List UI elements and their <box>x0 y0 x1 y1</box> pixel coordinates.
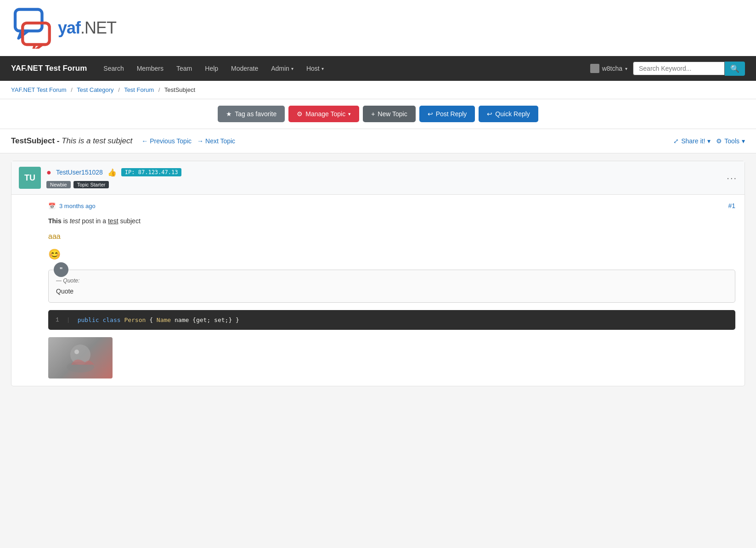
topic-navigation: ← Previous Topic → Next Topic <box>141 137 235 145</box>
topic-actions-right: ⤢ Share it! ▾ ⚙ Tools ▾ <box>673 137 745 145</box>
share-icon: ⤢ <box>673 137 679 145</box>
role-newbie-badge: Newbie <box>46 181 71 188</box>
new-topic-label: New Topic <box>378 110 407 118</box>
next-topic-link[interactable]: → Next Topic <box>197 137 235 145</box>
code-kw-person: Person <box>124 316 146 323</box>
breadcrumb-category[interactable]: Test Category <box>77 86 113 93</box>
nav-admin-dropdown[interactable]: Admin ▾ <box>265 62 299 75</box>
next-topic-arrow: → <box>197 137 203 145</box>
user-avatar-small <box>590 64 599 73</box>
tag-favorite-button[interactable]: ★ Tag as favorite <box>218 106 285 122</box>
breadcrumb-test-forum[interactable]: Test Forum <box>124 86 154 93</box>
ip-badge: IP: 87.123.47.13 <box>121 168 182 176</box>
search-input[interactable] <box>633 62 725 75</box>
new-topic-button[interactable]: + New Topic <box>363 106 416 122</box>
code-block: 1 | public class Person { Name name {get… <box>48 310 735 330</box>
post-emoji: 😊 <box>48 246 735 262</box>
tools-button[interactable]: ⚙ Tools ▾ <box>716 137 745 145</box>
quick-reply-button[interactable]: ↩ Quick Reply <box>479 106 538 122</box>
manage-topic-button[interactable]: ⚙ Manage Topic ▾ <box>288 106 359 122</box>
navbar-search: 🔍 <box>633 62 745 76</box>
reply-icon: ↩ <box>428 110 433 118</box>
post-text-main: This is test post in a test subject <box>48 216 735 226</box>
host-caret: ▾ <box>322 66 324 71</box>
plus-icon: + <box>371 110 375 118</box>
post-reply-button[interactable]: ↩ Post Reply <box>419 106 475 122</box>
post-content: This is test post in a test subject aaa … <box>48 216 735 262</box>
user-caret: ▾ <box>625 66 627 71</box>
share-button[interactable]: ⤢ Share it! ▾ <box>673 137 711 145</box>
code-separator: | <box>67 316 70 323</box>
navbar-links: Search Members Team Help Moderate Admin … <box>98 62 584 75</box>
code-content: public class Person { Name name {get; se… <box>78 316 239 323</box>
svg-rect-0 <box>15 10 42 31</box>
thumbs-up-icon[interactable]: 👍 <box>107 168 117 177</box>
preview-image-svg <box>62 342 99 374</box>
post-username[interactable]: TestUser151028 <box>56 169 103 176</box>
svg-point-6 <box>74 350 79 354</box>
main-content: TU ● TestUser151028 👍 IP: 87.123.47.13 N… <box>0 153 756 394</box>
calendar-icon: 📅 <box>48 203 56 209</box>
quote-label: — Quote: <box>56 277 728 284</box>
role-topic-starter-badge: Topic Starter <box>73 181 109 188</box>
post-timestamp[interactable]: 3 months ago <box>59 203 96 209</box>
nav-username: w8tcha <box>602 65 622 72</box>
post-meta: 📅 3 months ago #1 <box>48 202 735 209</box>
post-menu-button[interactable]: ··· <box>727 173 737 183</box>
post-body: 📅 3 months ago #1 This is test post in a… <box>11 195 745 386</box>
breadcrumb-sep-2: / <box>118 86 120 93</box>
post-card: TU ● TestUser151028 👍 IP: 87.123.47.13 N… <box>11 161 745 386</box>
search-button[interactable]: 🔍 <box>725 62 745 76</box>
role-badges: Newbie Topic Starter <box>46 181 721 188</box>
logo-icon <box>11 7 52 49</box>
gear-icon: ⚙ <box>297 110 303 118</box>
manage-topic-label: Manage Topic <box>305 110 345 118</box>
post-permalink[interactable]: #1 <box>728 202 735 209</box>
tools-icon: ⚙ <box>716 137 722 145</box>
code-kw-body: { <box>149 316 157 323</box>
nav-help[interactable]: Help <box>199 62 224 75</box>
breadcrumb: YAF.NET Test Forum / Test Category / Tes… <box>0 81 756 99</box>
post-text-yellow: aaa <box>48 231 735 243</box>
user-circle-icon: ● <box>46 168 51 177</box>
next-topic-label: Next Topic <box>205 137 235 145</box>
manage-topic-caret: ▾ <box>348 111 351 117</box>
breadcrumb-sep-1: / <box>71 86 73 93</box>
post-meta-left: 📅 3 months ago <box>48 203 96 209</box>
nav-host-dropdown[interactable]: Host ▾ <box>301 62 329 75</box>
admin-caret: ▾ <box>291 66 293 71</box>
tools-label: Tools <box>724 137 739 145</box>
breadcrumb-current: TestSubject <box>164 86 195 93</box>
nav-search[interactable]: Search <box>98 62 129 75</box>
share-caret: ▾ <box>707 137 711 145</box>
quote-content: Quote <box>56 288 728 295</box>
logo-area: yaf.NET <box>0 0 756 56</box>
quote-wrapper: " — Quote: Quote <box>48 270 735 303</box>
nav-members[interactable]: Members <box>131 62 169 75</box>
tools-caret: ▾ <box>742 137 745 145</box>
code-line-number: 1 <box>56 316 59 323</box>
prev-topic-arrow: ← <box>141 137 148 145</box>
nav-user-dropdown[interactable]: w8tcha ▾ <box>585 61 633 76</box>
breadcrumb-forum[interactable]: YAF.NET Test Forum <box>11 86 67 93</box>
tag-favorite-label: Tag as favorite <box>235 110 276 118</box>
code-kw-name-type: Name <box>157 316 171 323</box>
post-avatar: TU <box>19 167 41 189</box>
code-kw-class: class <box>102 316 120 323</box>
nav-moderate[interactable]: Moderate <box>226 62 264 75</box>
post-image-preview[interactable] <box>48 337 113 379</box>
prev-topic-link[interactable]: ← Previous Topic <box>141 137 192 145</box>
svg-rect-2 <box>23 23 49 45</box>
post-user-info: ● TestUser151028 👍 IP: 87.123.47.13 <box>46 168 721 177</box>
share-label: Share it! <box>681 137 705 145</box>
nav-team[interactable]: Team <box>171 62 197 75</box>
breadcrumb-sep-3: / <box>158 86 160 93</box>
quote-block: — Quote: Quote <box>48 270 735 303</box>
quote-icon: " <box>54 262 68 277</box>
svg-marker-3 <box>33 45 43 49</box>
logo-text: yaf.NET <box>58 18 116 38</box>
post-header: TU ● TestUser151028 👍 IP: 87.123.47.13 N… <box>11 161 745 195</box>
quick-reply-icon: ↩ <box>487 110 492 118</box>
action-toolbar: ★ Tag as favorite ⚙ Manage Topic ▾ + New… <box>0 99 756 129</box>
navbar-brand: YAF.NET Test Forum <box>11 64 87 73</box>
